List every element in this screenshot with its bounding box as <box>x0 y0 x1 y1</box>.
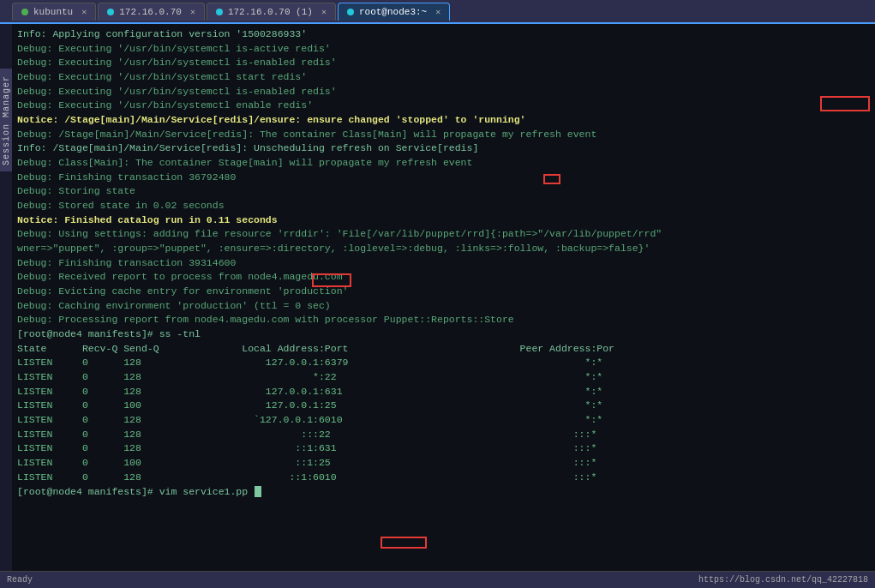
tab-172-icon <box>107 9 114 15</box>
terminal-line-5: Debug: Executing '/usr/bin/systemctl ena… <box>17 99 870 113</box>
tab-kubuntu-label: kubuntu <box>33 7 73 17</box>
terminal[interactable]: Info: Applying configuration version '15… <box>12 24 875 571</box>
terminal-line-16: Debug: Finishing transaction 39314600 <box>17 256 870 271</box>
terminal-line-25: LISTEN 0 128 127.0.0.1:631 *:* <box>17 385 870 399</box>
terminal-line-15: wner=>"puppet", :group=>"puppet", :ensur… <box>17 242 870 256</box>
tab-kubuntu-close[interactable]: ✕ <box>81 7 87 17</box>
terminal-line-11: Debug: Storing state <box>17 184 870 199</box>
terminal-line-24: LISTEN 0 128 *:22 *:* <box>17 370 870 385</box>
tab-172-label: 172.16.0.70 <box>119 7 182 17</box>
status-right: https://blog.csdn.net/qq_42227818 <box>698 575 868 585</box>
terminal-line-13: Notice: Finished catalog run in 0.11 sec… <box>17 213 870 228</box>
terminal-line-31: LISTEN 0 128 ::1:6010 :::* <box>17 471 870 485</box>
terminal-line-23: LISTEN 0 128 127.0.0.1:6379 *:* <box>17 356 870 370</box>
status-bar: Ready https://blog.csdn.net/qq_42227818 <box>0 571 875 588</box>
terminal-line-4: Debug: Executing '/usr/bin/systemctl is-… <box>17 85 870 99</box>
tab-root-close[interactable]: ✕ <box>435 7 440 17</box>
terminal-line-29: LISTEN 0 128 ::1:631 :::* <box>17 441 870 456</box>
terminal-line-3: Debug: Executing '/usr/bin/systemctl sta… <box>17 70 870 85</box>
tab-bar: kubuntu✕172.16.0.70✕172.16.0.70 (1)✕root… <box>0 0 875 24</box>
terminal-line-14: Debug: Using settings: adding file resou… <box>17 227 870 242</box>
terminal-line-12: Debug: Stored state in 0.02 seconds <box>17 199 870 213</box>
terminal-line-20: Debug: Processing report from node4.mage… <box>17 313 870 327</box>
cursor <box>255 486 261 497</box>
session-manager-label: Session Manager <box>0 69 12 171</box>
terminal-line-1: Debug: Executing '/usr/bin/systemctl is-… <box>17 42 870 57</box>
tab-root-label: root@node3:~ <box>359 7 427 17</box>
terminal-line-30: LISTEN 0 100 ::1:25 :::* <box>17 456 870 471</box>
tab-172-close[interactable]: ✕ <box>190 7 195 17</box>
terminal-line-8: Info: /Stage[main]/Main/Service[redis]: … <box>17 141 870 156</box>
terminal-line-27: LISTEN 0 128 `127.0.0.1:6010 *:* <box>17 413 870 428</box>
tab-root[interactable]: root@node3:~✕ <box>338 3 450 21</box>
terminal-line-17: Debug: Received report to process from n… <box>17 270 870 285</box>
terminal-line-19: Debug: Caching environment 'production' … <box>17 299 870 314</box>
tab-kubuntu-icon <box>21 9 28 15</box>
terminal-line-28: LISTEN 0 128 :::22 :::* <box>17 428 870 442</box>
terminal-line-0: Info: Applying configuration version '15… <box>17 27 870 42</box>
terminal-line-32: [root@node4 manifests]# vim service1.pp <box>17 485 870 500</box>
terminal-line-10: Debug: Finishing transaction 36792480 <box>17 171 870 185</box>
terminal-line-21: [root@node4 manifests]# ss -tnl <box>17 327 870 342</box>
tab-172-1[interactable]: 172.16.0.70 (1)✕ <box>207 3 336 21</box>
terminal-line-6: Notice: /Stage[main]/Main/Service[redis]… <box>17 113 870 128</box>
terminal-line-2: Debug: Executing '/usr/bin/systemctl is-… <box>17 56 870 70</box>
terminal-line-22: State Recv-Q Send-Q Local Address:Port P… <box>17 342 870 357</box>
terminal-line-26: LISTEN 0 100 127.0.0.1:25 *:* <box>17 399 870 413</box>
terminal-line-7: Debug: /Stage[main]/Main/Service[redis]:… <box>17 128 870 142</box>
tab-172-1-icon <box>216 9 223 15</box>
tab-172[interactable]: 172.16.0.70✕ <box>98 3 205 21</box>
terminal-line-9: Debug: Class[Main]: The container Stage[… <box>17 156 870 171</box>
tab-kubuntu[interactable]: kubuntu✕ <box>12 3 96 21</box>
tab-root-icon <box>347 9 354 15</box>
highlight-box-4 <box>381 537 427 549</box>
terminal-line-18: Debug: Evicting cache entry for environm… <box>17 285 870 299</box>
status-left: Ready <box>7 575 33 585</box>
tab-172-1-label: 172.16.0.70 (1) <box>228 7 313 17</box>
tab-172-1-close[interactable]: ✕ <box>321 7 327 17</box>
